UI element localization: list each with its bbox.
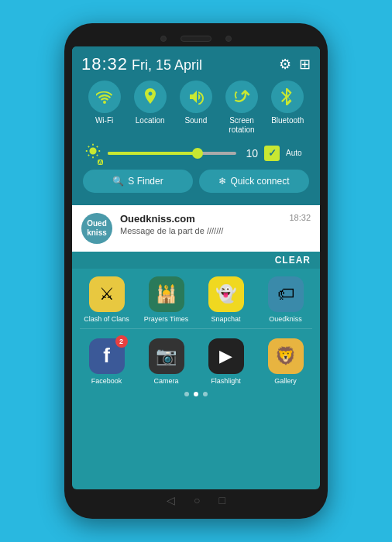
ouedkniss-label: Ouedkniss [269,315,302,324]
bluetooth-circle [271,81,304,113]
app-clash[interactable]: ⚔ Clash of Clans [84,276,130,324]
home-button[interactable]: ○ [194,494,200,506]
toggle-wifi[interactable]: Wi-Fi [88,81,121,135]
brightness-value: 10 [242,147,258,160]
location-label: Location [136,116,165,125]
app-snapchat[interactable]: 👻 Snapchat [203,276,249,324]
brightness-icon: A [84,142,101,163]
notification-panel: 18:32 Fri, 15 April ⚙ ⊞ Wi-Fi [72,46,320,205]
app-ouedkniss[interactable]: 🏷 Ouedkniss [263,276,309,324]
clear-button[interactable]: CLEAR [275,255,311,266]
ouedkniss-icon: 🏷 [268,276,304,312]
rotation-label: Screenrotation [229,116,254,135]
prayers-label: Prayers Times [144,315,189,324]
camera-icon: 📷 [149,338,184,374]
auto-badge: A [98,160,103,165]
phone-screen: 18:32 Fri, 15 April ⚙ ⊞ Wi-Fi [72,46,320,489]
app-flashlight[interactable]: ▶ Flashlight [203,338,249,386]
quickconnect-icon: ❄ [218,176,226,187]
app-grid-row-1: ⚔ Clash of Clans 🕌 Prayers Times 👻 Snapc… [72,269,320,327]
divider [80,328,312,329]
clash-icon: ⚔ [89,276,125,312]
time-date: 18:32 Fri, 15 April [81,54,202,74]
clock: 18:32 [81,54,128,74]
back-button[interactable]: ◁ [167,494,175,506]
facebook-label: Facebook [91,377,122,386]
grid-icon[interactable]: ⊞ [299,56,311,73]
page-dot-2 [194,392,198,396]
notification-body: Message de la part de /////// [120,226,281,235]
flashlight-icon: ▶ [208,338,244,374]
notification-avatar: Ouedkniss [81,213,112,244]
snapchat-icon: 👻 [208,276,244,312]
wifi-circle [88,81,121,113]
page-dots [72,389,320,400]
status-row: 18:32 Fri, 15 April ⚙ ⊞ [81,54,311,74]
sfinder-icon: 🔍 [112,176,124,187]
phone-frame: 18:32 Fri, 15 April ⚙ ⊞ Wi-Fi [64,23,328,519]
sfinder-label: S Finder [128,176,163,187]
clear-bar: CLEAR [72,252,320,269]
toggle-sound[interactable]: Sound [180,81,212,135]
sfinder-button[interactable]: 🔍 S Finder [83,170,193,193]
toggle-location[interactable]: Location [134,81,167,135]
auto-label: Auto [286,149,308,157]
brightness-thumb [192,148,203,159]
sound-circle [180,81,212,113]
notification-content: Ouedkniss.com Message de la part de ////… [120,213,281,235]
page-dot-1 [184,392,189,396]
facebook-icon: f 2 [89,338,125,374]
notification-time: 18:32 [289,213,311,222]
recent-button[interactable]: □ [219,494,225,506]
nav-bar: ◁ ○ □ [72,489,320,506]
facebook-badge: 2 [115,335,128,348]
clash-label: Clash of Clans [84,315,129,324]
brightness-row: A 10 ✓ Auto [81,142,311,163]
app-gallery[interactable]: 🦁 Gallery [263,338,309,386]
gallery-icon: 🦁 [268,338,304,374]
gallery-label: Gallery [274,377,297,386]
sound-label: Sound [184,116,207,125]
bluetooth-label: Bluetooth [271,116,304,125]
rotation-circle [225,81,258,113]
status-icons: ⚙ ⊞ [279,56,311,73]
action-buttons-row: 🔍 S Finder ❄ Quick connect [81,170,311,199]
brightness-fill [108,152,198,155]
quick-toggles: Wi-Fi Location [81,81,311,135]
toggle-rotation[interactable]: Screenrotation [225,81,258,135]
speaker [181,36,211,42]
notification-title: Ouedkniss.com [120,213,281,225]
prayers-icon: 🕌 [149,276,184,312]
camera-label: Camera [153,377,178,386]
front-camera [160,36,167,42]
app-prayers[interactable]: 🕌 Prayers Times [143,276,190,324]
brightness-slider[interactable] [108,152,236,155]
location-circle [134,81,167,113]
home-screen: CLEAR ⚔ Clash of Clans 🕌 Prayers Times 👻… [72,252,320,400]
notification-card[interactable]: Ouedkniss Ouedkniss.com Message de la pa… [72,205,320,252]
flashlight-label: Flashlight [211,377,241,386]
app-camera[interactable]: 📷 Camera [143,338,190,386]
app-facebook[interactable]: f 2 Facebook [84,338,130,386]
quickconnect-button[interactable]: ❄ Quick connect [199,170,309,193]
quickconnect-label: Quick connect [230,176,289,187]
front-sensor [225,36,232,42]
auto-checkbox[interactable]: ✓ [264,146,280,161]
app-grid-row-2: f 2 Facebook 📷 Camera ▶ Flashlight 🦁 Gal… [72,331,320,389]
toggle-bluetooth[interactable]: Bluetooth [271,81,304,135]
settings-icon[interactable]: ⚙ [279,56,291,73]
wifi-label: Wi-Fi [95,116,113,125]
page-dot-3 [203,392,208,396]
date: Fri, 15 April [132,57,202,73]
snapchat-label: Snapchat [211,315,240,324]
phone-top-bar [72,36,320,42]
